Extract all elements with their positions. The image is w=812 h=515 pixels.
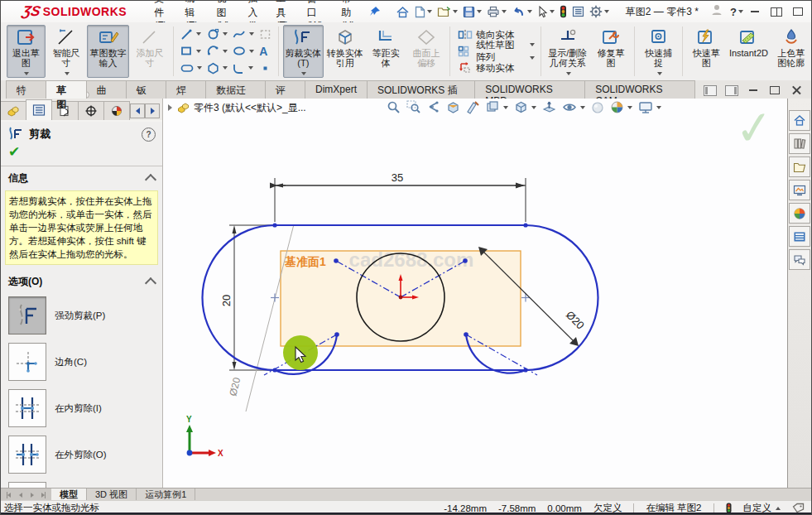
- panel-ok-button[interactable]: ✔: [1, 143, 162, 164]
- trim-outside-button[interactable]: [8, 436, 46, 474]
- print-button[interactable]: [485, 2, 508, 21]
- dimension-dia-right-text[interactable]: Ø20: [564, 309, 587, 332]
- rectangle-tool[interactable]: [179, 43, 204, 60]
- plane-label[interactable]: 基准面1: [284, 255, 326, 268]
- collapse-pane-left-icon[interactable]: [704, 85, 717, 96]
- dimension-35-text[interactable]: 35: [392, 171, 403, 184]
- options-section-header[interactable]: 选项(O): [1, 270, 162, 292]
- doc-restore-button[interactable]: [768, 84, 781, 96]
- power-trim-button[interactable]: [8, 296, 46, 335]
- point-tool[interactable]: [257, 60, 273, 76]
- help-button[interactable]: ?: [730, 6, 743, 18]
- panel-help-button[interactable]: ?: [142, 128, 156, 142]
- tab-sw-addins[interactable]: SOLIDWORKS 插件: [367, 80, 475, 99]
- tab-data-migration[interactable]: 数据迁移: [205, 80, 266, 99]
- numeric-input-button[interactable]: 草图数字输入: [87, 25, 128, 78]
- quick-snaps-button[interactable]: 快速捕捉: [639, 25, 678, 78]
- tab-sw-mbd[interactable]: SOLIDWORKS MBD: [474, 80, 585, 99]
- circle-tool[interactable]: [205, 26, 229, 42]
- exit-sketch-button[interactable]: 退出草图: [7, 25, 46, 78]
- panel-tab-scroll-left[interactable]: [130, 103, 145, 118]
- undo-button[interactable]: [510, 2, 534, 21]
- featuremanager-tab[interactable]: [0, 101, 26, 120]
- polygon-tool[interactable]: [205, 60, 229, 76]
- dimxpert-manager-tab[interactable]: [78, 101, 104, 120]
- home-button[interactable]: [394, 2, 411, 21]
- display-manager-tab[interactable]: [103, 101, 130, 120]
- convert-entities-button[interactable]: 转换实体引用: [325, 25, 365, 78]
- info-section-header[interactable]: 信息: [1, 166, 162, 189]
- trim-inside-button[interactable]: [8, 389, 46, 427]
- move-entities-button[interactable]: 移动实体: [455, 60, 524, 76]
- tab-nav-prev[interactable]: [15, 490, 26, 499]
- graphics-area[interactable]: 零件3 (默认<<默认>_显... ✓: [163, 99, 789, 488]
- tab-nav-first[interactable]: [3, 490, 14, 499]
- trim-entities-button[interactable]: 剪裁实体(T): [283, 25, 323, 78]
- arc-tool[interactable]: [205, 43, 229, 60]
- view-palette-button[interactable]: [789, 180, 810, 200]
- dimension-dia-left-text[interactable]: Ø20: [227, 376, 243, 397]
- option-corner[interactable]: 边角(C): [1, 339, 162, 385]
- select-cursor-button[interactable]: [536, 2, 556, 21]
- pattern-dropdown[interactable]: [530, 43, 535, 46]
- tab-features[interactable]: 特征: [6, 80, 46, 99]
- ellipse-tool[interactable]: [231, 43, 256, 60]
- move-dropdown[interactable]: [530, 56, 535, 60]
- minimize-button[interactable]: [748, 6, 762, 17]
- tab-sketch[interactable]: 草图: [46, 80, 86, 99]
- repair-sketch-button[interactable]: 修复草图: [592, 25, 631, 78]
- tab-sheet-metal[interactable]: 钣金: [126, 80, 166, 99]
- collapse-pane-right-icon[interactable]: [725, 85, 738, 96]
- sketch-canvas[interactable]: cad2688.com 基准面1 35 20: [163, 99, 789, 488]
- pin-menu-icon[interactable]: [368, 4, 382, 19]
- tab-surfaces[interactable]: 曲面: [86, 80, 127, 99]
- tab-3d-views[interactable]: 3D 视图: [87, 489, 137, 501]
- properties-list-button[interactable]: [570, 2, 586, 21]
- propertymanager-tab[interactable]: [26, 99, 52, 120]
- dimension-20[interactable]: [229, 225, 272, 370]
- tab-dimxpert[interactable]: DimXpert: [305, 80, 368, 99]
- open-document-button[interactable]: [435, 2, 459, 21]
- appearances-scenes-button[interactable]: [789, 203, 810, 224]
- panel-tab-scroll-right[interactable]: [145, 103, 160, 118]
- user-account-icon[interactable]: [710, 3, 723, 20]
- options-gear-button[interactable]: [588, 2, 611, 21]
- doc-minimize-button[interactable]: [747, 84, 760, 96]
- save-button[interactable]: [461, 2, 483, 21]
- tab-nav-last[interactable]: [38, 490, 49, 499]
- spline-tool[interactable]: [231, 26, 256, 42]
- option-trim-inside[interactable]: 在内剪除(I): [1, 385, 162, 431]
- shaded-contours-button[interactable]: 上色草图轮廓: [771, 25, 810, 78]
- tab-motion-study[interactable]: 运动算例1: [137, 489, 195, 501]
- dimension-35[interactable]: [275, 178, 526, 222]
- option-trim-outside[interactable]: 在外剪除(O): [1, 431, 162, 478]
- doc-close-button[interactable]: [790, 84, 803, 96]
- file-explorer-button[interactable]: [789, 156, 810, 177]
- fillet-tool[interactable]: [231, 60, 256, 76]
- offset-entities-button[interactable]: 等距实体: [367, 25, 406, 78]
- option-power-trim[interactable]: 强劲剪裁(P): [1, 292, 162, 339]
- tab-weldments[interactable]: 焊件: [166, 80, 206, 99]
- dimension-20-text[interactable]: 20: [220, 295, 233, 306]
- tab-sw-cam[interactable]: SOLIDWORKS CAM: [584, 80, 695, 99]
- split-view-button[interactable]: [770, 6, 783, 17]
- smart-dimension-button[interactable]: 智能尺寸: [47, 25, 86, 78]
- rapid-sketch-button[interactable]: 快速草图: [687, 25, 726, 78]
- line-tool[interactable]: [179, 26, 204, 42]
- home-taskpane-button[interactable]: [789, 110, 810, 131]
- custom-properties-button[interactable]: [789, 226, 810, 247]
- maximize-button[interactable]: [791, 6, 805, 17]
- construction-frame-tool[interactable]: [257, 26, 273, 42]
- design-library-button[interactable]: [789, 133, 810, 154]
- instant2d-button[interactable]: Instant2D: [728, 25, 771, 78]
- tab-model[interactable]: 模型: [51, 489, 87, 501]
- tab-nav-next[interactable]: [26, 490, 37, 499]
- slot-tool[interactable]: [179, 60, 204, 76]
- corner-button[interactable]: [8, 343, 46, 381]
- text-tool[interactable]: A: [257, 43, 273, 60]
- display-relations-button[interactable]: 显示/删除几何关系: [545, 25, 590, 78]
- tab-evaluate[interactable]: 评估: [265, 80, 305, 99]
- rebuild-traffic-light-icon[interactable]: [558, 2, 569, 21]
- linear-pattern-button[interactable]: 线性草图阵列: [455, 44, 524, 60]
- forum-button[interactable]: [789, 249, 810, 270]
